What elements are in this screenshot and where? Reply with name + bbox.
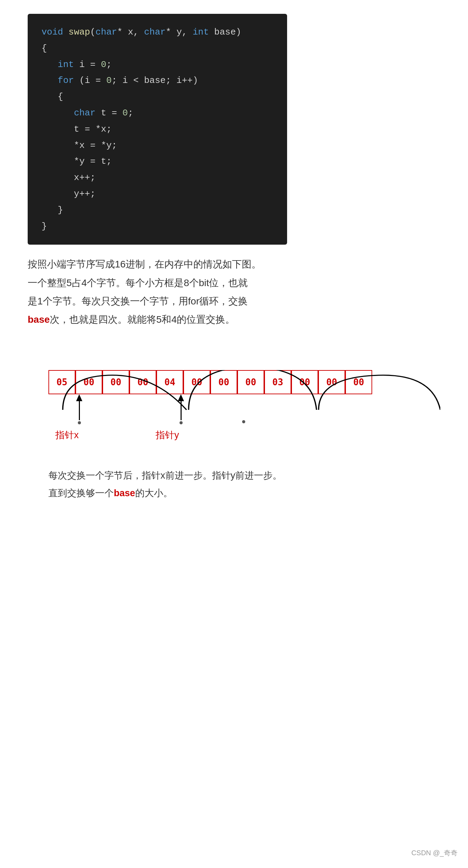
code-line-14: *y = t; <box>42 153 273 170</box>
arrow-head-x <box>76 394 82 401</box>
pointer-x-label: 指针x <box>55 429 79 441</box>
code-line-8: char t = 0; <box>42 105 273 121</box>
code-line-5: for (i = 0; i < base; i++) <box>42 73 273 89</box>
pointer-y-label: 指针y <box>156 429 179 441</box>
code-line-2: { <box>42 40 273 57</box>
description-text: 按照小端字节序写成16进制，在内存中的情况如下图。 一个整型5占4个字节。每个小… <box>28 255 287 329</box>
code-line-20: } <box>42 202 273 218</box>
arrow-head-y <box>178 394 184 401</box>
arrows-area: 指针x 指针y <box>48 394 440 456</box>
arrow-shaft-x <box>79 401 80 420</box>
dot-mid <box>242 420 245 423</box>
code-line-16: x++; <box>42 170 273 186</box>
code-line-3: int i = 0; <box>42 57 273 73</box>
code-block: void swap(char* x, char* y, int base) { … <box>28 14 287 245</box>
dot-y <box>180 421 183 424</box>
arrow-shaft-y <box>181 401 182 420</box>
code-line-10: t = *x; <box>42 121 273 138</box>
code-line-6: { <box>42 89 273 105</box>
dot-x <box>78 421 81 424</box>
diagram-area: 05 00 00 00 04 00 00 00 03 00 00 00 <box>28 370 440 502</box>
watermark: CSDN @_奇奇 <box>411 848 458 858</box>
code-line-22: } <box>42 218 273 235</box>
code-line-18: y++; <box>42 186 273 202</box>
footer-text: 每次交换一个字节后，指针x前进一步。指针y前进一步。 直到交换够一个base的大… <box>48 467 308 502</box>
code-line-12: *x = *y; <box>42 138 273 154</box>
code-line-1: void swap(char* x, char* y, int base) <box>42 24 273 40</box>
